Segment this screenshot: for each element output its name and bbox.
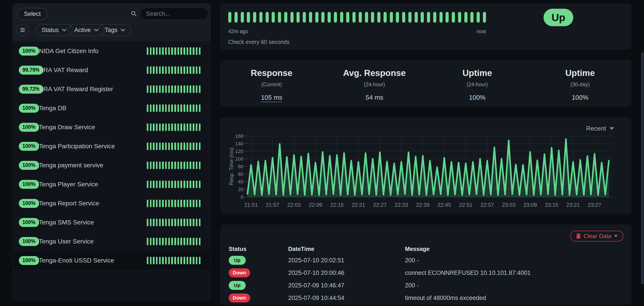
events-table: Status DateTime Message Up 2025-07-10 20… [229, 244, 623, 304]
clear-data-button[interactable]: Clear Data [570, 231, 624, 241]
beat [168, 66, 170, 74]
svg-text:23:15: 23:15 [545, 202, 558, 208]
event-message: 200 - [405, 257, 623, 264]
beat [174, 85, 176, 93]
beat [190, 238, 191, 245]
heartbeat-bar [147, 162, 200, 169]
beat [171, 142, 173, 150]
beat [178, 123, 179, 131]
beat [165, 66, 167, 74]
monitor-list-item[interactable]: 99.79% RRA VAT Reward [12, 61, 211, 80]
beat [184, 85, 185, 93]
beat [178, 181, 179, 188]
heartbeat-bar [147, 200, 200, 207]
beat [168, 238, 170, 245]
beat [427, 12, 430, 23]
beat [156, 238, 158, 245]
beat [178, 219, 179, 226]
beat [159, 257, 161, 264]
beat [162, 85, 164, 93]
main-heartbeat-bar [228, 12, 486, 23]
beat [186, 257, 188, 264]
beat [193, 47, 194, 55]
beat [174, 47, 176, 55]
beat [190, 47, 191, 55]
beat [162, 47, 164, 55]
stat-title: Uptime [426, 68, 529, 78]
uptime-badge: 100% [19, 199, 39, 208]
monitor-list-item[interactable]: 100% NIDA Get Citizen Info [12, 42, 211, 61]
beat [168, 219, 170, 226]
event-row: Up 2025-07-10 20:02:51 200 - [229, 254, 623, 266]
monitor-list-item[interactable]: 100% Tenga User Service [12, 232, 211, 251]
svg-text:22:27: 22:27 [373, 202, 387, 208]
select-button[interactable]: Select [17, 8, 48, 20]
beat [174, 257, 176, 264]
svg-text:22:21: 22:21 [352, 202, 365, 208]
beat [296, 12, 300, 23]
monitor-name: Tenga-Enoti USSD Service [39, 257, 114, 264]
scrollbar-thumb[interactable] [641, 52, 644, 284]
beat [180, 47, 182, 55]
beat [196, 219, 198, 226]
list-layout-button[interactable] [16, 24, 29, 36]
beat [159, 85, 161, 93]
svg-text:0: 0 [241, 194, 244, 200]
monitor-list-item[interactable]: 100% Tenga payment servive [12, 156, 211, 175]
monitor-list-item[interactable]: 100% Tenga Player Service [12, 175, 211, 194]
beat [156, 47, 158, 55]
monitor-list-item[interactable]: 100% Tenga Draw Service [12, 118, 211, 137]
monitor-list-item[interactable]: 100% Tenga Participation Service [12, 137, 211, 156]
beat [174, 181, 176, 188]
chart-period-dropdown[interactable]: Recent [586, 125, 614, 132]
svg-text:21:57: 21:57 [266, 202, 279, 208]
events-card: Clear Data Status DateTime Message Up 20… [220, 224, 632, 305]
beat [178, 257, 179, 264]
svg-text:22:45: 22:45 [438, 202, 451, 208]
uptime-badge: 100% [19, 237, 39, 246]
monitor-status-card: 42m ago now Check every 60 seconds Up [220, 3, 632, 50]
filter-status-dropdown[interactable]: Status [35, 24, 73, 36]
filter-tags-dropdown[interactable]: Tags [98, 24, 131, 36]
beat [174, 162, 176, 169]
beat [168, 162, 170, 169]
beat [171, 200, 173, 207]
beat [390, 12, 393, 23]
stats-card: Response (Current) 105 ms Avg. Response … [220, 60, 632, 107]
uptime-badge: 100% [19, 123, 39, 132]
chevron-down-icon [120, 29, 125, 31]
beat [171, 238, 173, 245]
beat [464, 12, 468, 23]
beat [178, 104, 179, 112]
beat [150, 123, 152, 131]
beat [156, 142, 158, 150]
beat [147, 219, 148, 226]
beat [346, 12, 349, 23]
beat [168, 200, 170, 207]
monitor-list-item[interactable]: 100% Tenga-Enoti USSD Service [12, 251, 211, 270]
stat-uptime-30d: Uptime (30-day) 100% [529, 60, 632, 107]
monitor-list-item[interactable]: 100% Tenga SMS Service [12, 213, 211, 232]
heartbeat-bar [147, 257, 200, 264]
beat [196, 162, 198, 169]
search-input[interactable] [140, 8, 208, 20]
monitor-list-item[interactable]: 100% Tenga Report Service [12, 194, 211, 213]
beat [174, 200, 176, 207]
beat [190, 123, 191, 131]
beat [150, 238, 152, 245]
beat [147, 123, 148, 131]
stat-subtitle: (Current) [220, 82, 323, 88]
beat [365, 12, 368, 23]
beat [153, 104, 154, 112]
beat [408, 12, 412, 23]
beat [196, 66, 198, 74]
beat [180, 200, 182, 207]
beat [156, 200, 158, 207]
beat [156, 85, 158, 93]
monitor-list-item[interactable]: 100% Tenga DB [12, 99, 211, 118]
beat [150, 200, 152, 207]
beat [178, 47, 179, 55]
svg-text:22:39: 22:39 [416, 202, 430, 208]
beat [162, 104, 164, 112]
monitor-list-item[interactable]: 99.72% RRA VAT Reward Register [12, 80, 211, 99]
